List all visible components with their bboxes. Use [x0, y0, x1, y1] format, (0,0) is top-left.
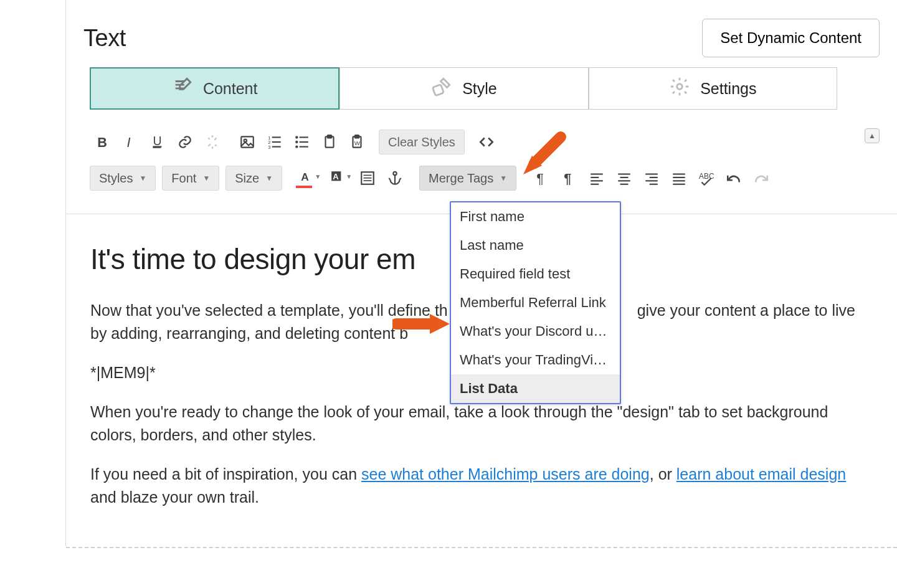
- svg-text:B: B: [97, 135, 107, 150]
- svg-text:¶: ¶: [564, 171, 571, 186]
- block-title: Text: [83, 25, 126, 52]
- set-dynamic-content-button[interactable]: Set Dynamic Content: [702, 19, 880, 57]
- svg-rect-21: [328, 135, 332, 138]
- align-justify-button[interactable]: [666, 166, 692, 191]
- svg-rect-6: [241, 136, 254, 147]
- svg-rect-13: [272, 146, 281, 148]
- unordered-list-button[interactable]: [289, 130, 315, 154]
- merge-group-list-data[interactable]: List Data: [451, 374, 620, 403]
- svg-rect-41: [618, 180, 630, 181]
- svg-text:¶: ¶: [536, 171, 544, 186]
- merge-item-memberful-referral[interactable]: Memberful Referral Link: [451, 288, 620, 317]
- align-right-button[interactable]: [638, 166, 665, 191]
- svg-text:I: I: [127, 135, 131, 150]
- tab-settings-label: Settings: [700, 80, 756, 98]
- size-dropdown[interactable]: Size▼: [225, 166, 282, 191]
- toolbar-row-1: B I U 123 W Clear Styles: [90, 128, 880, 156]
- align-left-button[interactable]: [584, 166, 610, 191]
- svg-rect-39: [618, 173, 630, 174]
- svg-text:U: U: [153, 134, 161, 148]
- merge-tags-dropdown[interactable]: Merge Tags▼: [419, 166, 516, 191]
- source-code-button[interactable]: [473, 130, 500, 154]
- bold-button[interactable]: B: [90, 130, 116, 154]
- link-see-what-others[interactable]: see what other Mailchimp users are doing: [361, 465, 650, 483]
- svg-rect-38: [591, 184, 599, 185]
- tab-content-label: Content: [203, 80, 258, 98]
- clear-styles-button[interactable]: Clear Styles: [379, 130, 465, 154]
- svg-rect-48: [673, 177, 685, 178]
- ordered-list-button[interactable]: 123: [262, 130, 288, 154]
- caret-icon: ▼: [139, 174, 146, 183]
- link-button[interactable]: [172, 130, 198, 154]
- merge-item-first-name[interactable]: First name: [451, 202, 620, 231]
- svg-rect-12: [272, 141, 281, 143]
- svg-text:ABC: ABC: [699, 172, 714, 181]
- caret-icon: ▼: [202, 174, 210, 183]
- svg-rect-17: [300, 136, 308, 138]
- svg-rect-19: [300, 146, 308, 148]
- svg-rect-49: [673, 180, 685, 181]
- svg-point-14: [295, 136, 298, 138]
- block-separator: [66, 547, 897, 548]
- styles-label: Styles: [99, 171, 133, 186]
- svg-rect-45: [645, 180, 658, 181]
- panel-header: Text Set Dynamic Content: [66, 0, 897, 67]
- svg-rect-30: [364, 178, 372, 179]
- svg-rect-31: [364, 180, 372, 181]
- content-icon: [172, 76, 193, 101]
- editor-toolbar: ▲ B I U 123 W Clear Styles: [66, 128, 897, 192]
- settings-icon: [669, 76, 690, 101]
- paste-from-word-button[interactable]: W: [344, 130, 370, 154]
- caret-icon: ▼: [500, 174, 507, 183]
- svg-rect-43: [645, 173, 658, 174]
- svg-rect-18: [300, 141, 308, 143]
- pilcrow-ltr-button[interactable]: ¶: [529, 166, 555, 191]
- italic-button[interactable]: I: [117, 130, 143, 154]
- text-color-button[interactable]: A▼: [292, 166, 322, 191]
- toolbar-collapse-toggle[interactable]: ▲: [865, 128, 880, 143]
- merge-item-last-name[interactable]: Last name: [451, 231, 620, 260]
- svg-point-1: [677, 84, 683, 90]
- redo-button[interactable]: [748, 166, 774, 191]
- svg-point-15: [295, 141, 298, 143]
- bg-color-button[interactable]: A▼: [323, 166, 353, 191]
- svg-rect-50: [673, 184, 685, 185]
- svg-rect-40: [620, 177, 629, 178]
- editor-p1-part-a: Now that you've selected a template, you…: [90, 301, 448, 319]
- editor-p3-b: , or: [650, 465, 676, 483]
- font-dropdown[interactable]: Font▼: [162, 166, 219, 191]
- unlink-button[interactable]: [199, 130, 225, 154]
- editor-paragraph-2: When you're ready to change the look of …: [90, 401, 872, 447]
- merge-item-discord[interactable]: What's your Discord u…: [451, 317, 620, 346]
- merge-item-required-field-test[interactable]: Required field test: [451, 260, 620, 288]
- anchor-button[interactable]: [382, 166, 408, 191]
- svg-text:A: A: [301, 171, 309, 183]
- pilcrow-rtl-button[interactable]: ¶: [556, 166, 582, 191]
- undo-button[interactable]: [721, 166, 747, 191]
- svg-rect-42: [620, 184, 629, 185]
- svg-rect-46: [650, 184, 658, 185]
- underline-button[interactable]: U: [145, 130, 171, 154]
- editor-p3-a: If you need a bit of inspiration, you ca…: [90, 465, 361, 483]
- svg-rect-47: [673, 173, 685, 174]
- merge-tags-menu: First name Last name Required field test…: [450, 201, 621, 404]
- block-format-button[interactable]: [354, 166, 381, 191]
- svg-rect-0: [432, 85, 444, 96]
- spellcheck-button[interactable]: ABC: [693, 166, 719, 191]
- tab-style[interactable]: Style: [339, 67, 588, 110]
- image-button[interactable]: [234, 130, 260, 154]
- align-center-button[interactable]: [611, 166, 637, 191]
- merge-item-tradingview[interactable]: What's your TradingVi…: [451, 346, 620, 374]
- svg-point-32: [393, 172, 396, 175]
- editor-paragraph-3: If you need a bit of inspiration, you ca…: [90, 463, 872, 509]
- styles-dropdown[interactable]: Styles▼: [90, 166, 156, 191]
- svg-rect-5: [153, 147, 161, 148]
- tab-settings[interactable]: Settings: [589, 67, 837, 110]
- merge-tags-label: Merge Tags: [429, 171, 493, 186]
- svg-rect-23: [355, 135, 359, 138]
- paste-button[interactable]: [316, 130, 343, 154]
- svg-text:3: 3: [268, 145, 270, 150]
- editor-p3-c: and blaze your own trail.: [90, 488, 259, 506]
- link-email-design[interactable]: learn about email design: [676, 465, 846, 483]
- tab-content[interactable]: Content: [90, 67, 339, 110]
